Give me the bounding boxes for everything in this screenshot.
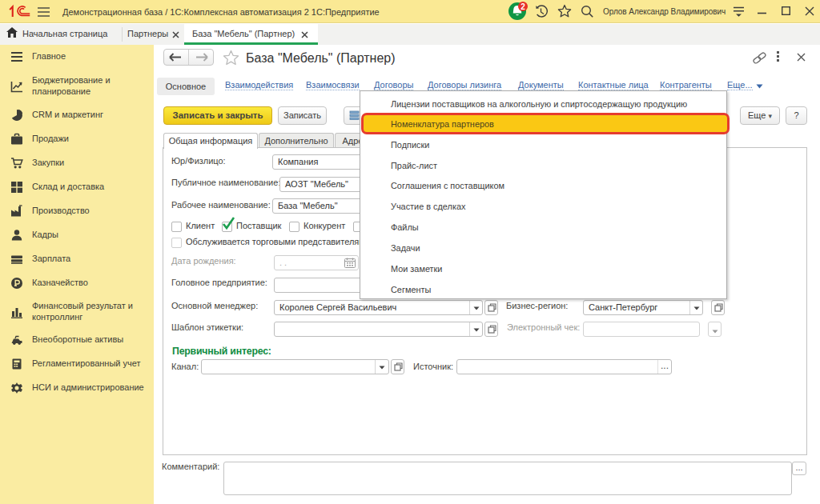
svg-text:2: 2: [521, 2, 525, 11]
